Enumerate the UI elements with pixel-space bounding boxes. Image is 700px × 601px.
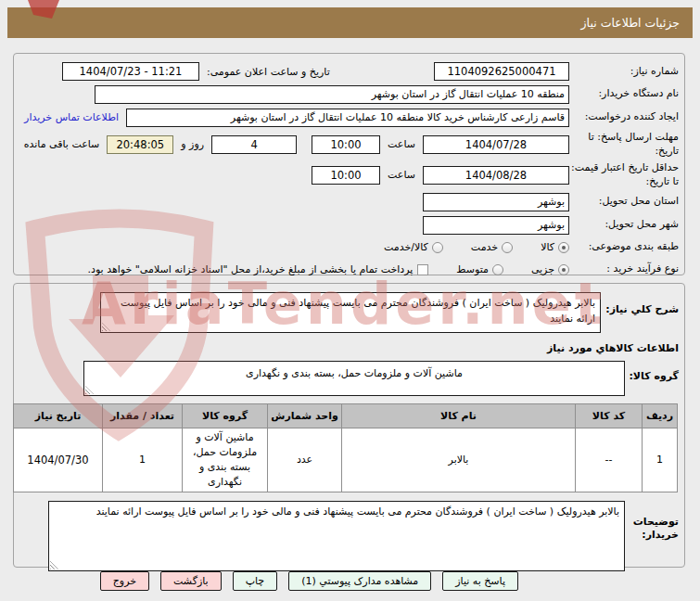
cell-row-number: 1 <box>643 428 678 492</box>
radio-option-label: جزیی <box>531 263 554 275</box>
reply-deadline-date-input[interactable]: 1404/07/28 <box>423 135 569 154</box>
price-validity-hour-label: ساعت <box>388 169 415 181</box>
radio-option-motevaset[interactable]: متوسط <box>456 263 503 275</box>
process-type-row: نوع فرآیند خرید : جزیی متوسط پرداخت تمام… <box>19 258 679 281</box>
price-validity-date-input[interactable]: 1404/08/28 <box>423 166 569 185</box>
radio-option-kala[interactable]: کالا <box>541 241 569 253</box>
delivery-province-label: استان محل تحویل: <box>569 195 679 208</box>
col-header-item-code: کد کالا <box>576 404 643 428</box>
need-details-page: { "colors": { "titlebar": "#9b7a4b", "bu… <box>0 0 700 601</box>
remaining-countdown-value: 20:48:05 <box>107 135 173 154</box>
treasury-payment-label: پرداخت تمام یا بخشی از مبلغ خرید،از محل … <box>88 263 414 275</box>
need-number-input[interactable]: 1104092625000471 <box>434 62 569 81</box>
radio-option-jozii[interactable]: جزیی <box>531 263 569 275</box>
item-group-label: گروه کالا: <box>625 361 679 383</box>
need-info-groupbox: شماره نیاز: 1104092625000471 تاریخ و ساع… <box>13 53 685 275</box>
price-validity-row: حداقل تاریخ اعتبار قیمت: تا تاریخ: 1404/… <box>19 160 679 190</box>
buyer-notes-textarea[interactable]: بالابر هیدرولیک ( ساخت ایران ) فروشندگان… <box>48 501 625 571</box>
table-row[interactable]: 1 -- بالابر عدد ماشین آلات و ملزومات حمل… <box>14 428 678 492</box>
cell-item-code: -- <box>576 428 643 492</box>
announce-datetime-input[interactable]: 1404/07/23 - 11:21 <box>62 62 199 81</box>
buyer-contact-link[interactable]: اطلاعات تماس خریدار <box>24 111 119 123</box>
cell-item-name: بالابر <box>342 428 576 492</box>
items-groupbox: شرح کلي نیاز: بالابر هیدرولیک ( ساخت ایر… <box>13 283 685 568</box>
remaining-hours-label: ساعت باقی مانده <box>24 138 100 150</box>
col-header-row-number: ردیف <box>643 404 678 428</box>
radio-selected-icon[interactable] <box>558 242 569 253</box>
radio-option-label: کالا <box>541 241 554 253</box>
need-description-row: شرح کلي نیاز: بالابر هیدرولیک ( ساخت ایر… <box>19 292 679 333</box>
need-description-textarea[interactable]: بالابر هیدرولیک ( ساخت ایران ) فروشندگان… <box>100 292 601 333</box>
buyer-notes-label: توضیحات خریدار: <box>625 501 679 543</box>
radio-option-label: متوسط <box>456 263 489 275</box>
col-header-need-date: تاریخ نیاز <box>14 404 103 428</box>
price-validity-time-input[interactable]: 10:00 <box>312 166 380 185</box>
need-number-row: شماره نیاز: 1104092625000471 تاریخ و ساع… <box>19 60 679 83</box>
need-number-label: شماره نیاز: <box>569 65 679 78</box>
view-attachments-button[interactable]: مشاهده مدارک پیوستي (1) <box>288 571 431 591</box>
cell-unit: عدد <box>268 428 342 492</box>
process-type-label: نوع فرآیند خرید : <box>569 262 679 275</box>
buyer-org-label: نام دستگاه خریدار: <box>569 87 679 100</box>
item-group-row: گروه کالا: ماشین آلات و ملزومات حمل، بست… <box>19 361 679 396</box>
price-validity-label: حداقل تاریخ اعتبار قیمت: تا تاریخ: <box>569 161 679 188</box>
remaining-days-input[interactable]: 4 <box>211 135 297 154</box>
buyer-notes-row: توضیحات خریدار: بالابر هیدرولیک ( ساخت ا… <box>19 501 679 571</box>
reply-to-need-button[interactable]: پاسخ به نیاز <box>442 571 518 591</box>
items-table: ردیف کد کالا نام کالا واحد شمارش گروه کا… <box>13 403 678 492</box>
remaining-days-label: روز و <box>181 138 204 150</box>
delivery-province-input[interactable]: بوشهر <box>423 193 569 211</box>
bottom-button-bar: پاسخ به نیاز مشاهده مدارک پیوستي (1) چاپ… <box>0 571 700 591</box>
radio-option-label: خدمت <box>471 241 498 253</box>
reply-deadline-row: مهلت ارسال پاسخ: تا تاریخ: 1404/07/28 سا… <box>19 129 679 160</box>
announce-datetime-label: تاریخ و ساعت اعلان عمومی: <box>207 66 330 78</box>
print-button[interactable]: چاپ <box>233 571 278 591</box>
subject-class-row: طبقه بندی موضوعی: کالا خدمت کالا/خدمت <box>19 237 679 258</box>
delivery-city-label: شهر محل تحویل: <box>569 218 679 231</box>
radio-icon[interactable] <box>432 242 443 253</box>
radio-selected-icon[interactable] <box>558 264 569 275</box>
need-description-label: شرح کلي نیاز: <box>601 292 679 316</box>
reply-deadline-time-input[interactable]: 10:00 <box>312 135 380 154</box>
buyer-org-input[interactable]: منطقه 10 عملیات انتقال گاز در استان بوشه… <box>95 85 569 104</box>
col-header-item-name: نام کالا <box>342 404 576 428</box>
item-group-textarea[interactable]: ماشین آلات و ملزومات حمل، بسته بندی و نگ… <box>83 361 625 396</box>
col-header-unit: واحد شمارش <box>268 404 342 428</box>
request-creator-input[interactable]: قاسم زارعی کارشناس خرید کالا منطقه 10 عم… <box>126 109 569 127</box>
exit-button[interactable]: خروج <box>100 571 149 591</box>
radio-icon[interactable] <box>502 242 513 253</box>
radio-option-label: کالا/خدمت <box>384 241 428 253</box>
request-creator-label: ایجاد کننده درخواست: <box>569 110 679 123</box>
subject-class-label: طبقه بندی موضوعی: <box>569 240 679 253</box>
delivery-city-input[interactable]: بوشهر <box>423 216 569 235</box>
reply-deadline-label: مهلت ارسال پاسخ: تا تاریخ: <box>569 131 679 158</box>
col-header-quantity: تعداد / مقدار <box>103 404 183 428</box>
items-table-header-row: ردیف کد کالا نام کالا واحد شمارش گروه کا… <box>14 404 678 428</box>
cell-quantity: 1 <box>103 428 183 492</box>
cell-item-group: ماشین آلات و ملزومات حمل، بسته بندی و نگ… <box>183 428 268 492</box>
col-header-item-group: گروه کالا <box>183 404 268 428</box>
radio-icon[interactable] <box>492 264 503 275</box>
delivery-city-row: شهر محل تحویل: بوشهر <box>19 213 679 237</box>
radio-option-khedmat[interactable]: خدمت <box>471 241 513 253</box>
checkbox-icon[interactable] <box>417 264 428 275</box>
radio-option-kala-khedmat[interactable]: کالا/خدمت <box>384 241 443 253</box>
buyer-org-row: نام دستگاه خریدار: منطقه 10 عملیات انتقا… <box>19 83 679 106</box>
cell-need-date: 1404/07/30 <box>14 428 103 492</box>
treasury-payment-checkbox[interactable]: پرداخت تمام یا بخشی از مبلغ خرید،از محل … <box>88 263 429 275</box>
delivery-province-row: استان محل تحویل: بوشهر <box>19 190 679 213</box>
reply-deadline-hour-label: ساعت <box>388 138 415 150</box>
request-creator-row: ایجاد کننده درخواست: قاسم زارعی کارشناس … <box>19 106 679 129</box>
page-title: جزئیات اطلاعات نیاز <box>7 7 693 38</box>
back-button[interactable]: بازگشت <box>160 571 222 591</box>
items-section-header: اطلاعات کالاهاي مورد نیاز <box>19 342 679 354</box>
